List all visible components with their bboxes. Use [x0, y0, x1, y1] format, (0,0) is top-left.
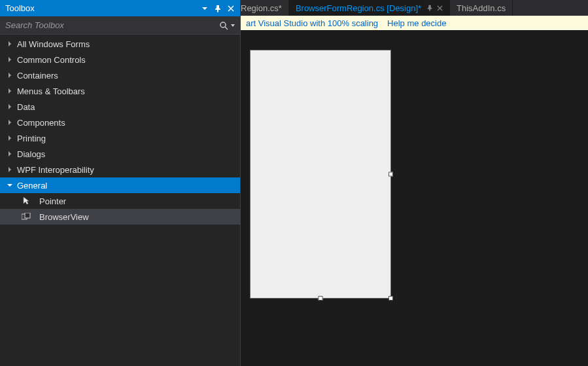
- chevron-right-icon: [5, 118, 14, 127]
- tab-thisaddin-cs[interactable]: ThisAddIn.cs: [450, 0, 513, 16]
- svg-rect-3: [25, 213, 30, 218]
- toolbox-header: Toolbox: [0, 0, 240, 16]
- resize-handle-east[interactable]: [389, 172, 393, 177]
- search-input[interactable]: [5, 20, 218, 30]
- toolbox-item-pointer[interactable]: Pointer: [0, 193, 240, 209]
- document-tabs: Region.cs* BrowserFormRegion.cs [Design]…: [241, 0, 588, 16]
- chevron-right-icon: [5, 149, 14, 158]
- chevron-right-icon: [5, 71, 14, 80]
- control-icon: [20, 211, 33, 222]
- svg-line-1: [225, 27, 228, 29]
- chevron-right-icon: [5, 86, 14, 96]
- chevron-right-icon: [5, 39, 14, 48]
- category-label: Common Controls: [17, 55, 86, 65]
- window-position-dropdown[interactable]: [198, 2, 211, 15]
- category-label: General: [17, 181, 47, 191]
- category-all-windows-forms[interactable]: All Windows Forms: [0, 36, 240, 52]
- close-icon[interactable]: [224, 2, 237, 15]
- form-designer-surface[interactable]: [241, 30, 588, 366]
- category-menus-toolbars[interactable]: Menus & Toolbars: [0, 83, 240, 99]
- pointer-icon: [20, 196, 33, 206]
- pin-icon[interactable]: [211, 2, 224, 15]
- category-label: Containers: [17, 71, 58, 81]
- search-dropdown-icon[interactable]: [230, 20, 236, 31]
- category-dialogs[interactable]: Dialogs: [0, 146, 240, 162]
- category-label: All Windows Forms: [17, 39, 90, 49]
- chevron-right-icon: [5, 165, 14, 174]
- category-printing[interactable]: Printing: [0, 130, 240, 146]
- tab-label: ThisAddIn.cs: [457, 3, 506, 13]
- category-label: Components: [17, 118, 65, 128]
- category-label: Menus & Toolbars: [17, 86, 85, 96]
- category-label: Data: [17, 102, 35, 112]
- toolbox-tree: All Windows Forms Common Controls Contai…: [0, 35, 240, 366]
- category-label: Dialogs: [17, 149, 45, 159]
- category-data[interactable]: Data: [0, 99, 240, 115]
- toolbox-panel: Toolbox All Windows Forms: [0, 0, 241, 366]
- category-label: Printing: [17, 134, 46, 143]
- form-region-canvas[interactable]: [250, 50, 391, 299]
- chevron-right-icon: [5, 102, 14, 111]
- help-me-decide-link[interactable]: Help me decide: [387, 18, 446, 28]
- scaling-infobar: art Visual Studio with 100% scaling Help…: [241, 16, 588, 30]
- editor-area: Region.cs* BrowserFormRegion.cs [Design]…: [241, 0, 588, 366]
- resize-handle-southeast[interactable]: [389, 296, 393, 301]
- toolbox-title: Toolbox: [5, 3, 198, 13]
- tab-region-cs[interactable]: Region.cs*: [241, 0, 289, 16]
- restart-scaling-link[interactable]: art Visual Studio with 100% scaling: [246, 18, 378, 28]
- category-label: WPF Interoperability: [17, 165, 94, 175]
- toolbox-search-row: [0, 16, 240, 35]
- close-icon[interactable]: [437, 5, 443, 11]
- category-containers[interactable]: Containers: [0, 67, 240, 83]
- chevron-right-icon: [5, 55, 14, 64]
- toolbox-item-label: Pointer: [39, 196, 66, 206]
- toolbox-item-browserview[interactable]: BrowserView: [0, 209, 240, 225]
- tab-label: BrowserFormRegion.cs [Design]*: [296, 3, 421, 13]
- category-general[interactable]: General: [0, 177, 240, 193]
- pin-icon[interactable]: [426, 5, 433, 11]
- search-icon[interactable]: [218, 20, 230, 31]
- category-wpf-interop[interactable]: WPF Interoperability: [0, 162, 240, 177]
- category-common-controls[interactable]: Common Controls: [0, 52, 240, 67]
- toolbox-item-label: BrowserView: [39, 212, 89, 222]
- resize-handle-south[interactable]: [319, 296, 323, 301]
- chevron-right-icon: [5, 134, 14, 143]
- tab-label: Region.cs*: [241, 3, 282, 13]
- category-components[interactable]: Components: [0, 115, 240, 130]
- svg-point-0: [220, 22, 226, 27]
- chevron-down-icon: [5, 181, 14, 190]
- tab-browserformregion-design[interactable]: BrowserFormRegion.cs [Design]*: [289, 0, 450, 16]
